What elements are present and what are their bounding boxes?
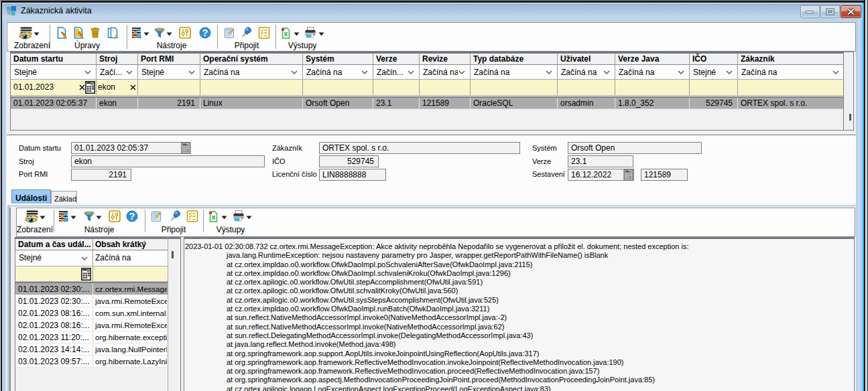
svg-text:?: ? <box>129 211 135 222</box>
svg-text:x: x <box>211 213 215 221</box>
svg-text:?: ? <box>202 27 208 38</box>
svg-text:x: x <box>284 29 288 37</box>
